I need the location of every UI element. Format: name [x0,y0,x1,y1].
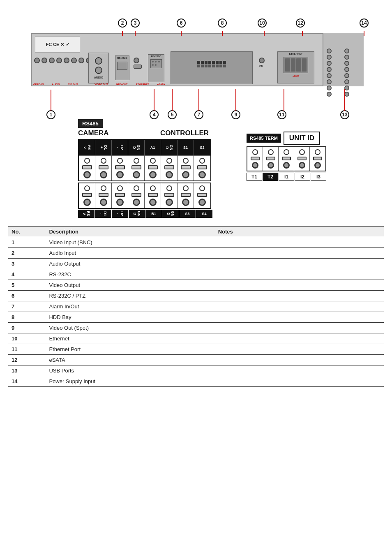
term-slot [82,165,92,169]
callout-line-4 [154,89,154,111]
table-cell-num: 13 [8,365,46,376]
table-row: 11 Ethernet Port [8,344,384,355]
table-cell-num: 12 [8,355,46,365]
term-slot [148,165,158,169]
term-screw [100,199,107,206]
rblabel-t1: T1 [247,173,262,181]
table-cell-num: 11 [8,344,46,355]
table-row: 5 Video Output [8,280,384,291]
unit-id-label: UNIT ID [284,132,320,145]
small-term-connectors-t2 [263,147,278,171]
small-term-connectors-i2 [294,147,309,171]
table-cell-desc: Audio Input [46,248,214,259]
term-slot [197,193,207,197]
term-connectors-rsv-b [79,183,95,208]
term-dot [134,158,139,164]
table-cell-desc: Ethernet Port [46,344,214,355]
callout-circle-4: 4 [150,110,159,119]
term-screw [267,162,274,169]
table-cell-num: 5 [8,280,46,291]
table-cell-note [215,355,384,365]
term-connectors-gnd2-b [161,183,177,208]
callout-9: 9 [231,110,240,119]
table-cell-num: 3 [8,259,46,269]
rs485-label: RS485 [78,119,103,128]
callout-line-5 [172,89,173,111]
table-cell-note [215,269,384,280]
term-dot [183,185,189,191]
table-cell-num: 6 [8,291,46,301]
callout-3: 3 [131,18,140,28]
term-screw [149,199,157,206]
rblabel-t2: T2 [263,173,278,181]
term-dot [199,158,205,164]
table-cell-num: 4 [8,269,46,280]
camera-terminal-block-b [78,183,211,209]
term-screw [252,162,258,169]
terminal-block-bottom [78,183,284,209]
table-row: 7 Alarm In/Out [8,301,384,312]
table-cell-note [215,323,384,333]
term-connectors-rsv [79,155,95,180]
small-term-connectors-i3 [310,147,325,171]
blabel-s4: S4 [196,210,212,218]
term-header-s1: S1 [178,140,194,155]
term-screw [83,171,91,178]
term-slot [313,157,322,160]
term-dot [183,158,189,164]
callout-2: 2 [118,18,127,28]
term-col-s2: S2 [194,140,210,180]
callout-line-10 [264,31,265,36]
table-cell-desc: eSATA [46,355,214,365]
blabel-b1: B1 [145,210,162,218]
callout-circle-12: 12 [296,18,305,28]
term-slot [99,165,108,169]
term-connectors-s4-b [194,183,210,208]
term-col-d2: D2- [112,140,128,180]
callout-line-12 [302,31,303,36]
term-dot [101,158,106,164]
callout-10: 10 [258,18,267,28]
term-header-d2: D2- [112,140,128,155]
bottom-label-row: RSV D1- D2- GND B1 GND S3 S4 [78,210,284,218]
table-row: 9 Video Out (Spot) [8,323,384,333]
small-term-i3 [310,147,325,171]
table-cell-note [215,291,384,301]
callout-circle-14: 14 [360,18,369,28]
table-cell-desc: Video Output [46,280,214,291]
table-cell-num: 9 [8,323,46,333]
term-dot [315,149,321,155]
table-row: 2 Audio Input [8,248,384,259]
small-term-i2 [294,147,310,171]
camera-terminal-block: RSV D1+ [78,139,211,181]
term-connectors-gnd [128,155,144,180]
table-row: 12 eSATA [8,355,384,365]
table-cell-desc: Video Input (BNC) [46,237,214,248]
page-container: FC CE ✕ ✓ AUDIO RS-232C [0,0,392,555]
term-screw [100,171,107,178]
table-row: 1 Video Input (BNC) [8,237,384,248]
callout-line-8 [222,31,223,36]
term-slot [115,165,125,169]
rs485-term-label: RS485 TERM [247,134,281,143]
term-dot [199,185,205,191]
term-slot [131,193,141,197]
table-row: 13 USB Ports [8,365,384,376]
callout-circle-2: 2 [118,18,127,28]
table-cell-note [215,344,384,355]
callout-circle-1: 1 [46,110,55,119]
term-screw [283,162,290,169]
alarm-hdd-area [171,51,253,84]
table-cell-note [215,259,384,269]
col-header-note: Notes [215,227,384,237]
callout-12: 12 [296,18,305,28]
callout-line-3 [135,31,136,36]
table-cell-desc: RS-232C [46,269,214,280]
table-cell-desc: Audio Output [46,259,214,269]
small-term-t2 [263,147,279,171]
term-col-gnd-b [128,183,145,208]
blabel-s3: S3 [179,210,196,218]
term-connectors-b1-b [145,183,161,208]
table-cell-num: 8 [8,312,46,323]
callout-5: 5 [168,110,177,119]
